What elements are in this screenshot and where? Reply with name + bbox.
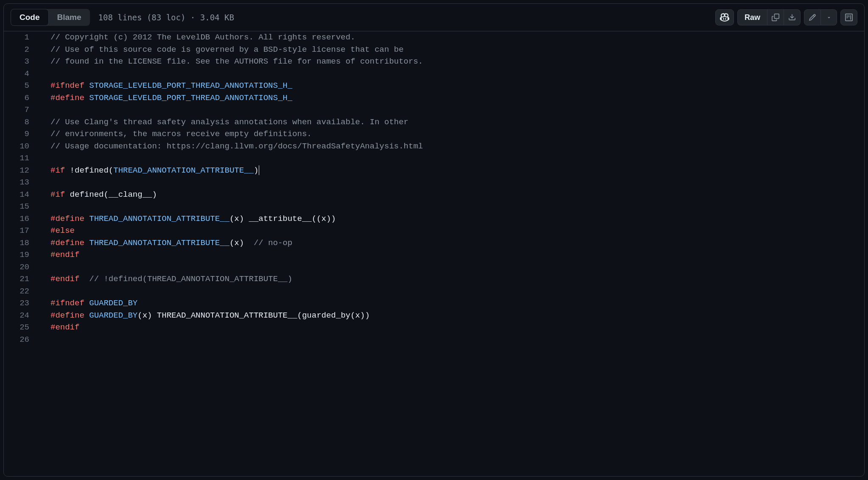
symbols-icon [845, 14, 853, 21]
line-content: #endif [42, 249, 79, 261]
blame-tab[interactable]: Blame [49, 9, 90, 26]
code-line[interactable]: 8// Use Clang's thread safety analysis a… [4, 116, 864, 128]
line-content [42, 334, 50, 346]
line-content [42, 152, 50, 165]
line-number[interactable]: 21 [4, 273, 42, 285]
line-content: // Use of this source code is governed b… [42, 44, 403, 56]
line-number[interactable]: 6 [4, 92, 42, 104]
line-number[interactable]: 7 [4, 104, 42, 116]
code-line[interactable]: 5#ifndef STORAGE_LEVELDB_PORT_THREAD_ANN… [4, 80, 864, 92]
copilot-icon [720, 13, 729, 22]
code-line[interactable]: 12#if !defined(THREAD_ANNOTATION_ATTRIBU… [4, 165, 864, 177]
symbols-button[interactable] [840, 9, 857, 25]
code-line[interactable]: 9// environments, the macros receive emp… [4, 128, 864, 140]
line-content: #define THREAD_ANNOTATION_ATTRIBUTE__(x)… [42, 237, 292, 249]
code-line[interactable]: 17#else [4, 225, 864, 237]
line-content [42, 68, 50, 80]
line-content: // Use Clang's thread safety analysis an… [42, 116, 409, 128]
toolbar-actions: Raw [715, 9, 857, 25]
line-number[interactable]: 18 [4, 237, 42, 249]
code-content[interactable]: 1// Copyright (c) 2012 The LevelDB Autho… [4, 31, 864, 476]
line-content: #endif [42, 321, 79, 334]
line-number[interactable]: 9 [4, 128, 42, 140]
code-line[interactable]: 19#endif [4, 249, 864, 261]
line-content: // found in the LICENSE file. See the AU… [42, 56, 423, 68]
line-content: #if defined(__clang__) [42, 189, 157, 201]
code-line[interactable]: 20 [4, 261, 864, 273]
code-line[interactable]: 14#if defined(__clang__) [4, 189, 864, 201]
code-line[interactable]: 6#define STORAGE_LEVELDB_PORT_THREAD_ANN… [4, 92, 864, 104]
code-line[interactable]: 21#endif // !defined(THREAD_ANNOTATION_A… [4, 273, 864, 285]
code-line[interactable]: 7 [4, 104, 864, 116]
download-icon [788, 14, 796, 21]
line-number[interactable]: 4 [4, 68, 42, 80]
line-content: #endif // !defined(THREAD_ANNOTATION_ATT… [42, 273, 292, 285]
line-number[interactable]: 3 [4, 56, 42, 68]
raw-group: Raw [737, 9, 801, 25]
code-line[interactable]: 3// found in the LICENSE file. See the A… [4, 56, 864, 68]
line-number[interactable]: 26 [4, 334, 42, 346]
line-content: #else [42, 225, 75, 237]
line-number[interactable]: 10 [4, 140, 42, 153]
line-content: #ifndef GUARDED_BY [42, 297, 137, 310]
line-content: #define GUARDED_BY(x) THREAD_ANNOTATION_… [42, 310, 370, 322]
file-viewer: Code Blame 108 lines (83 loc) · 3.04 KB … [3, 3, 865, 477]
line-number[interactable]: 8 [4, 116, 42, 128]
code-line[interactable]: 23#ifndef GUARDED_BY [4, 297, 864, 310]
line-number[interactable]: 11 [4, 152, 42, 165]
copilot-button[interactable] [715, 9, 734, 25]
line-content: // environments, the macros receive empt… [42, 128, 312, 140]
code-line[interactable]: 4 [4, 68, 864, 80]
line-number[interactable]: 1 [4, 31, 42, 44]
edit-button[interactable] [804, 9, 821, 25]
code-line[interactable]: 26 [4, 334, 864, 346]
line-content [42, 176, 50, 189]
code-line[interactable]: 16#define THREAD_ANNOTATION_ATTRIBUTE__(… [4, 213, 864, 225]
line-number[interactable]: 22 [4, 285, 42, 298]
download-button[interactable] [784, 9, 801, 25]
line-number[interactable]: 14 [4, 189, 42, 201]
code-line[interactable]: 22 [4, 285, 864, 298]
line-number[interactable]: 23 [4, 297, 42, 310]
code-tab[interactable]: Code [11, 9, 49, 26]
line-content [42, 261, 50, 273]
pencil-icon [809, 14, 816, 21]
line-number[interactable]: 20 [4, 261, 42, 273]
code-line[interactable]: 1// Copyright (c) 2012 The LevelDB Autho… [4, 31, 864, 44]
code-line[interactable]: 2// Use of this source code is governed … [4, 44, 864, 56]
line-content: #if !defined(THREAD_ANNOTATION_ATTRIBUTE… [42, 165, 259, 177]
code-line[interactable]: 18#define THREAD_ANNOTATION_ATTRIBUTE__(… [4, 237, 864, 249]
chevron-down-icon [826, 15, 832, 20]
line-content: #define STORAGE_LEVELDB_PORT_THREAD_ANNO… [42, 92, 292, 104]
copy-icon [772, 14, 779, 21]
line-content: // Usage documentation: https://clang.ll… [42, 140, 423, 153]
code-line[interactable]: 15 [4, 201, 864, 213]
line-content: #define THREAD_ANNOTATION_ATTRIBUTE__(x)… [42, 213, 336, 225]
line-number[interactable]: 16 [4, 213, 42, 225]
code-line[interactable]: 13 [4, 176, 864, 189]
line-number[interactable]: 5 [4, 80, 42, 92]
line-number[interactable]: 17 [4, 225, 42, 237]
edit-dropdown-button[interactable] [821, 9, 837, 25]
line-number[interactable]: 15 [4, 201, 42, 213]
file-info-text: 108 lines (83 loc) · 3.04 KB [98, 13, 234, 22]
line-number[interactable]: 2 [4, 44, 42, 56]
text-cursor [259, 165, 259, 175]
code-line[interactable]: 11 [4, 152, 864, 165]
line-number[interactable]: 12 [4, 165, 42, 177]
raw-button[interactable]: Raw [737, 9, 767, 25]
line-content: // Copyright (c) 2012 The LevelDB Author… [42, 31, 355, 44]
code-line[interactable]: 24#define GUARDED_BY(x) THREAD_ANNOTATIO… [4, 310, 864, 322]
file-toolbar: Code Blame 108 lines (83 loc) · 3.04 KB … [4, 4, 864, 31]
view-tabs: Code Blame [11, 9, 90, 26]
copy-button[interactable] [767, 9, 784, 25]
line-number[interactable]: 19 [4, 249, 42, 261]
edit-group [804, 9, 837, 25]
line-content [42, 285, 50, 298]
code-line[interactable]: 10// Usage documentation: https://clang.… [4, 140, 864, 153]
line-number[interactable]: 24 [4, 310, 42, 322]
line-number[interactable]: 25 [4, 321, 42, 334]
line-content: #ifndef STORAGE_LEVELDB_PORT_THREAD_ANNO… [42, 80, 292, 92]
line-number[interactable]: 13 [4, 176, 42, 189]
code-line[interactable]: 25#endif [4, 321, 864, 334]
